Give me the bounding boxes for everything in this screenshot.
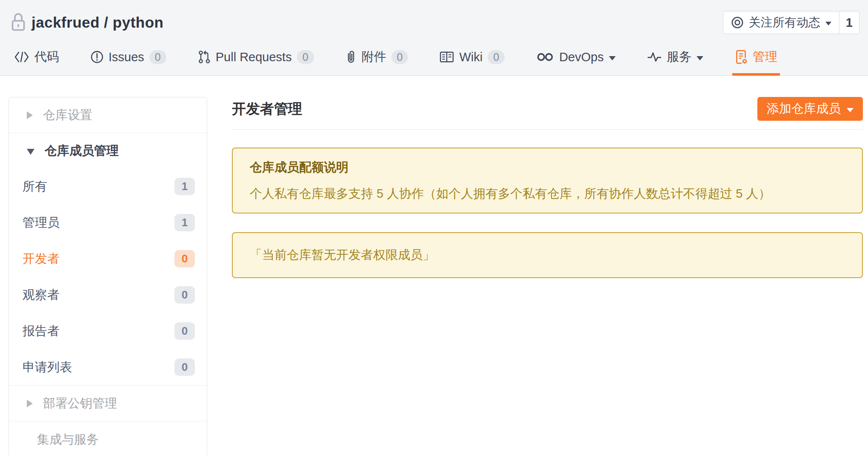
empty-members-note: 「当前仓库暂无开发者权限成员」 — [250, 248, 435, 262]
tab-label: 附件 — [362, 48, 386, 65]
chevron-down-icon — [825, 22, 831, 26]
tab-manage[interactable]: 管理 — [735, 38, 777, 76]
devops-icon — [536, 52, 554, 62]
section-label: 仓库设置 — [43, 107, 92, 124]
tab-count-badge: 0 — [297, 50, 314, 64]
section-label: 部署公钥管理 — [43, 395, 117, 412]
sidebar-item-applications[interactable]: 申请列表 0 — [9, 349, 207, 385]
tab-label: Pull Requests — [216, 50, 292, 64]
lock-icon — [10, 13, 26, 32]
manage-icon — [735, 50, 748, 64]
item-label: 申请列表 — [23, 359, 72, 376]
caret-right-icon — [27, 400, 33, 407]
sidebar-item-integrations[interactable]: 集成与服务 — [9, 421, 207, 455]
repo-title: jackfrued / python — [31, 14, 163, 31]
tab-attachments[interactable]: 附件 0 — [345, 38, 408, 76]
tab-services[interactable]: 服务 — [647, 38, 703, 76]
count-badge: 1 — [174, 214, 195, 231]
tab-code[interactable]: 代码 — [14, 38, 59, 76]
tab-label: 代码 — [34, 48, 59, 65]
caret-right-icon — [27, 111, 33, 119]
tab-count-badge: 0 — [391, 50, 408, 64]
watch-button[interactable]: 关注所有动态 — [723, 11, 839, 34]
page-content: 仓库设置 仓库成员管理 所有 1 管理员 1 开发者 0 观察者 0 报告者 0… — [0, 76, 868, 455]
item-label: 集成与服务 — [37, 431, 99, 448]
issue-icon — [91, 51, 103, 63]
item-label: 所有 — [23, 178, 47, 195]
empty-members-note-box: 「当前仓库暂无开发者权限成员」 — [232, 232, 863, 278]
watch-icon — [731, 16, 744, 29]
count-badge: 0 — [174, 286, 195, 304]
repo-title-wrap: jackfrued / python — [10, 13, 163, 32]
sidebar-item-all[interactable]: 所有 1 — [9, 168, 207, 205]
item-label: 开发者 — [23, 250, 60, 267]
quota-note-box: 仓库成员配额说明 个人私有仓库最多支持 5 人协作（如个人拥有多个私有仓库，所有… — [232, 148, 863, 213]
sidebar-item-admin[interactable]: 管理员 1 — [9, 205, 207, 241]
sidebar-section-repo-settings[interactable]: 仓库设置 — [9, 97, 207, 133]
repo-header-row: jackfrued / python 关注所有动态 1 — [0, 0, 868, 38]
chevron-down-icon — [697, 56, 703, 60]
quota-note-title: 仓库成员配额说明 — [250, 159, 845, 176]
count-badge: 0 — [174, 322, 195, 340]
sidebar-section-deploy-keys[interactable]: 部署公钥管理 — [9, 386, 207, 421]
tab-wiki[interactable]: Wiki 0 — [440, 38, 505, 76]
tab-label: DevOps — [559, 50, 604, 64]
chevron-down-icon — [609, 56, 616, 60]
repo-tabbar: 代码 Issues 0 — [0, 38, 868, 76]
sidebar-item-observer[interactable]: 观察者 0 — [9, 277, 207, 313]
item-label: 报告者 — [23, 323, 60, 340]
page-header: jackfrued / python 关注所有动态 1 — [0, 0, 868, 76]
count-badge: 0 — [174, 250, 195, 267]
caret-down-icon — [27, 149, 34, 155]
section-label: 仓库成员管理 — [45, 142, 119, 159]
tab-label: 管理 — [753, 48, 777, 65]
item-label: 管理员 — [23, 214, 60, 231]
watch-button-group[interactable]: 关注所有动态 1 — [723, 11, 859, 34]
tab-label: 服务 — [667, 48, 691, 65]
add-member-label: 添加仓库成员 — [767, 100, 841, 117]
services-icon — [647, 51, 662, 63]
tab-label: Wiki — [459, 50, 483, 64]
tab-count-badge: 0 — [488, 50, 505, 64]
pull-request-icon — [198, 50, 211, 64]
main-panel: 开发者管理 添加仓库成员 仓库成员配额说明 个人私有仓库最多支持 5 人协作（如… — [232, 76, 863, 278]
watch-label: 关注所有动态 — [749, 14, 820, 31]
main-header-row: 开发者管理 添加仓库成员 — [232, 97, 863, 121]
count-badge: 0 — [174, 358, 195, 376]
watch-count[interactable]: 1 — [839, 11, 859, 34]
item-label: 观察者 — [23, 287, 60, 304]
tab-devops[interactable]: DevOps — [536, 38, 616, 76]
wiki-icon — [440, 51, 454, 63]
tab-issues[interactable]: Issues 0 — [91, 38, 166, 76]
sidebar-section-member-management[interactable]: 仓库成员管理 — [9, 133, 207, 168]
sidebar-item-developer[interactable]: 开发者 0 — [9, 241, 207, 277]
chevron-down-icon — [847, 108, 854, 112]
settings-sidebar: 仓库设置 仓库成员管理 所有 1 管理员 1 开发者 0 观察者 0 报告者 0… — [9, 97, 207, 455]
title-divider — [232, 129, 863, 130]
add-repo-member-button[interactable]: 添加仓库成员 — [757, 97, 863, 121]
quota-note-body: 个人私有仓库最多支持 5 人协作（如个人拥有多个私有仓库，所有协作人数总计不得超… — [250, 186, 845, 202]
sidebar-item-reporter[interactable]: 报告者 0 — [9, 313, 207, 349]
attachment-icon — [345, 50, 357, 64]
count-badge: 1 — [174, 178, 195, 195]
tab-pull-requests[interactable]: Pull Requests 0 — [198, 38, 314, 76]
code-icon — [14, 51, 29, 63]
page-title: 开发者管理 — [232, 100, 302, 119]
tab-label: Issues — [108, 50, 144, 64]
tab-count-badge: 0 — [149, 50, 166, 64]
